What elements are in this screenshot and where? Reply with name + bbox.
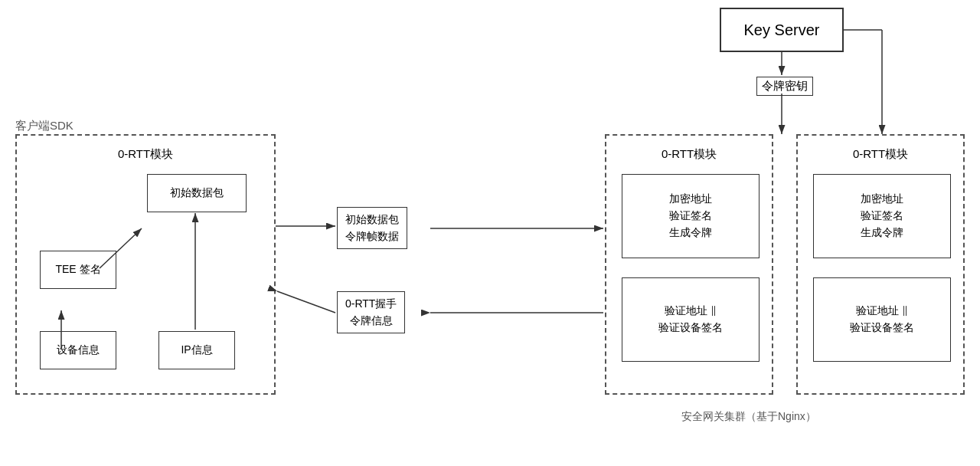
gateway1-box: 0-RTT模块 加密地址 验证签名 生成令牌 验证地址 ‖ 验证设备签名: [605, 134, 773, 395]
gw1-upper-inner: 加密地址 验证签名 生成令牌: [622, 174, 760, 258]
client-0rtt-label: 0-RTT模块: [17, 147, 274, 162]
mid-label-2: 0-RTT握手 令牌信息: [337, 291, 405, 333]
gw2-0rtt-label: 0-RTT模块: [798, 147, 963, 162]
device-info-box: 设备信息: [40, 331, 116, 369]
gateway-cluster-label: 安全网关集群（基于Nginx）: [681, 410, 816, 424]
gateway2-box: 0-RTT模块 加密地址 验证签名 生成令牌 验证地址 ‖ 验证设备签名: [796, 134, 965, 395]
diagram: Key Server 令牌密钥 0-RTT模块 初始数据包 TEE 签名 设备信…: [0, 0, 980, 466]
token-key-label: 令牌密钥: [756, 77, 813, 96]
init-data-box: 初始数据包: [147, 174, 247, 212]
client-sdk-box: 0-RTT模块 初始数据包 TEE 签名 设备信息 IP信息: [15, 134, 276, 395]
key-server-box: Key Server: [720, 8, 844, 52]
ip-info-box: IP信息: [158, 331, 235, 369]
tee-box: TEE 签名: [40, 251, 116, 289]
gw1-0rtt-label: 0-RTT模块: [606, 147, 772, 162]
client-sdk-label: 客户端SDK: [15, 119, 74, 133]
key-server-label: Key Server: [744, 21, 820, 39]
gw2-lower-inner: 验证地址 ‖ 验证设备签名: [813, 277, 951, 362]
svg-line-12: [277, 291, 335, 313]
gw2-upper-inner: 加密地址 验证签名 生成令牌: [813, 174, 951, 258]
gw1-lower-inner: 验证地址 ‖ 验证设备签名: [622, 277, 760, 362]
mid-label-1: 初始数据包 令牌帧数据: [337, 207, 407, 249]
